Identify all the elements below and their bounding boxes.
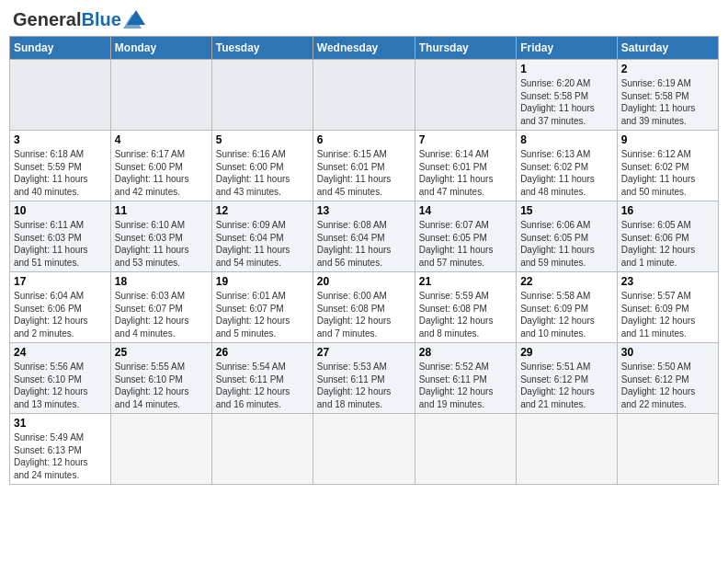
day-number: 4	[115, 133, 208, 146]
calendar-cell: 11Sunrise: 6:10 AM Sunset: 6:03 PM Dayli…	[110, 201, 211, 272]
weekday-header-sunday: Sunday	[10, 37, 111, 60]
calendar-cell: 12Sunrise: 6:09 AM Sunset: 6:04 PM Dayli…	[211, 201, 313, 272]
day-number: 14	[419, 204, 512, 217]
day-info: Sunrise: 6:14 AM Sunset: 6:01 PM Dayligh…	[419, 148, 512, 198]
day-number: 1	[520, 63, 613, 75]
day-info: Sunrise: 5:55 AM Sunset: 6:10 PM Dayligh…	[115, 361, 208, 410]
calendar-cell	[313, 414, 415, 485]
day-number: 31	[14, 417, 107, 430]
calendar-cell: 1Sunrise: 6:20 AM Sunset: 5:58 PM Daylig…	[517, 60, 618, 131]
calendar-cell: 30Sunrise: 5:50 AM Sunset: 6:12 PM Dayli…	[617, 343, 718, 414]
day-number: 13	[317, 204, 411, 217]
day-number: 9	[621, 133, 714, 146]
day-info: Sunrise: 5:57 AM Sunset: 6:09 PM Dayligh…	[621, 290, 714, 339]
day-info: Sunrise: 6:00 AM Sunset: 6:08 PM Dayligh…	[317, 290, 411, 339]
calendar-cell: 26Sunrise: 5:54 AM Sunset: 6:11 PM Dayli…	[211, 343, 313, 414]
day-info: Sunrise: 6:08 AM Sunset: 6:04 PM Dayligh…	[317, 219, 411, 269]
day-number: 7	[419, 133, 512, 146]
weekday-header-monday: Monday	[110, 37, 211, 60]
logo: General Blue	[13, 9, 149, 30]
calendar-cell: 3Sunrise: 6:18 AM Sunset: 5:59 PM Daylig…	[10, 131, 111, 201]
calendar-cell: 23Sunrise: 5:57 AM Sunset: 6:09 PM Dayli…	[617, 272, 718, 343]
day-number: 8	[520, 133, 613, 146]
calendar-cell: 18Sunrise: 6:03 AM Sunset: 6:07 PM Dayli…	[110, 272, 211, 343]
day-info: Sunrise: 5:59 AM Sunset: 6:08 PM Dayligh…	[419, 290, 512, 339]
calendar-cell	[110, 414, 211, 485]
day-number: 24	[14, 346, 107, 359]
day-info: Sunrise: 6:10 AM Sunset: 6:03 PM Dayligh…	[115, 219, 208, 269]
weekday-header-friday: Friday	[517, 37, 618, 60]
day-number: 18	[115, 275, 208, 288]
day-info: Sunrise: 5:50 AM Sunset: 6:12 PM Dayligh…	[621, 361, 714, 410]
day-info: Sunrise: 6:16 AM Sunset: 6:00 PM Dayligh…	[216, 148, 309, 198]
calendar-cell: 28Sunrise: 5:52 AM Sunset: 6:11 PM Dayli…	[415, 343, 516, 414]
calendar-cell: 2Sunrise: 6:19 AM Sunset: 5:58 PM Daylig…	[617, 60, 718, 131]
day-number: 11	[115, 204, 208, 217]
calendar-cell: 17Sunrise: 6:04 AM Sunset: 6:06 PM Dayli…	[10, 272, 111, 343]
calendar-week-row: 3Sunrise: 6:18 AM Sunset: 5:59 PM Daylig…	[10, 131, 719, 201]
day-number: 6	[317, 133, 411, 146]
day-info: Sunrise: 6:04 AM Sunset: 6:06 PM Dayligh…	[14, 290, 107, 339]
day-info: Sunrise: 6:18 AM Sunset: 5:59 PM Dayligh…	[14, 148, 107, 198]
logo-general-text: General	[13, 9, 81, 30]
day-info: Sunrise: 6:19 AM Sunset: 5:58 PM Dayligh…	[621, 77, 714, 127]
day-number: 16	[621, 204, 714, 217]
calendar-week-row: 31Sunrise: 5:49 AM Sunset: 6:13 PM Dayli…	[10, 414, 719, 485]
day-info: Sunrise: 5:54 AM Sunset: 6:11 PM Dayligh…	[216, 361, 309, 410]
day-number: 15	[520, 204, 613, 217]
header: General Blue	[9, 9, 719, 30]
weekday-header-tuesday: Tuesday	[211, 37, 313, 60]
calendar-week-row: 17Sunrise: 6:04 AM Sunset: 6:06 PM Dayli…	[10, 272, 719, 343]
calendar-week-row: 1Sunrise: 6:20 AM Sunset: 5:58 PM Daylig…	[10, 60, 719, 131]
day-number: 17	[14, 275, 107, 288]
calendar-cell	[415, 414, 516, 485]
calendar-cell	[211, 60, 313, 131]
weekday-header-thursday: Thursday	[415, 37, 516, 60]
day-number: 21	[419, 275, 512, 288]
day-info: Sunrise: 6:09 AM Sunset: 6:04 PM Dayligh…	[216, 219, 309, 269]
calendar-cell	[313, 60, 415, 131]
calendar-cell: 6Sunrise: 6:15 AM Sunset: 6:01 PM Daylig…	[313, 131, 415, 201]
calendar-week-row: 24Sunrise: 5:56 AM Sunset: 6:10 PM Dayli…	[10, 343, 719, 414]
calendar-cell	[211, 414, 313, 485]
calendar-cell	[415, 60, 516, 131]
day-info: Sunrise: 6:20 AM Sunset: 5:58 PM Dayligh…	[520, 77, 613, 127]
calendar-cell: 16Sunrise: 6:05 AM Sunset: 6:06 PM Dayli…	[617, 201, 718, 272]
calendar-cell: 25Sunrise: 5:55 AM Sunset: 6:10 PM Dayli…	[110, 343, 211, 414]
day-info: Sunrise: 6:12 AM Sunset: 6:02 PM Dayligh…	[621, 148, 714, 198]
calendar-cell: 31Sunrise: 5:49 AM Sunset: 6:13 PM Dayli…	[10, 414, 111, 485]
day-number: 5	[216, 133, 309, 146]
day-info: Sunrise: 6:01 AM Sunset: 6:07 PM Dayligh…	[216, 290, 309, 339]
calendar-cell: 9Sunrise: 6:12 AM Sunset: 6:02 PM Daylig…	[617, 131, 718, 201]
calendar-cell: 24Sunrise: 5:56 AM Sunset: 6:10 PM Dayli…	[10, 343, 111, 414]
calendar-cell: 19Sunrise: 6:01 AM Sunset: 6:07 PM Dayli…	[211, 272, 313, 343]
calendar-cell: 8Sunrise: 6:13 AM Sunset: 6:02 PM Daylig…	[517, 131, 618, 201]
day-info: Sunrise: 5:56 AM Sunset: 6:10 PM Dayligh…	[14, 361, 107, 410]
day-info: Sunrise: 6:15 AM Sunset: 6:01 PM Dayligh…	[317, 148, 411, 198]
calendar-cell: 20Sunrise: 6:00 AM Sunset: 6:08 PM Dayli…	[313, 272, 415, 343]
day-info: Sunrise: 6:06 AM Sunset: 6:05 PM Dayligh…	[520, 219, 613, 269]
day-number: 12	[216, 204, 309, 217]
day-number: 30	[621, 346, 714, 359]
weekday-header-saturday: Saturday	[617, 37, 718, 60]
calendar-cell: 13Sunrise: 6:08 AM Sunset: 6:04 PM Dayli…	[313, 201, 415, 272]
day-number: 26	[216, 346, 309, 359]
day-number: 3	[14, 133, 107, 146]
calendar-cell: 4Sunrise: 6:17 AM Sunset: 6:00 PM Daylig…	[110, 131, 211, 201]
logo-icon	[123, 8, 149, 29]
day-number: 22	[520, 275, 613, 288]
weekday-header-row: SundayMondayTuesdayWednesdayThursdayFrid…	[10, 37, 719, 60]
day-number: 19	[216, 275, 309, 288]
calendar-cell	[617, 414, 718, 485]
calendar-cell: 14Sunrise: 6:07 AM Sunset: 6:05 PM Dayli…	[415, 201, 516, 272]
logo-blue-text: Blue	[81, 9, 120, 30]
calendar-cell	[10, 60, 111, 131]
day-info: Sunrise: 5:53 AM Sunset: 6:11 PM Dayligh…	[317, 361, 411, 410]
calendar-cell: 29Sunrise: 5:51 AM Sunset: 6:12 PM Dayli…	[517, 343, 618, 414]
day-info: Sunrise: 6:05 AM Sunset: 6:06 PM Dayligh…	[621, 219, 714, 269]
day-info: Sunrise: 6:13 AM Sunset: 6:02 PM Dayligh…	[520, 148, 613, 198]
day-info: Sunrise: 5:51 AM Sunset: 6:12 PM Dayligh…	[520, 361, 613, 410]
calendar-cell: 21Sunrise: 5:59 AM Sunset: 6:08 PM Dayli…	[415, 272, 516, 343]
day-number: 27	[317, 346, 411, 359]
day-number: 23	[621, 275, 714, 288]
